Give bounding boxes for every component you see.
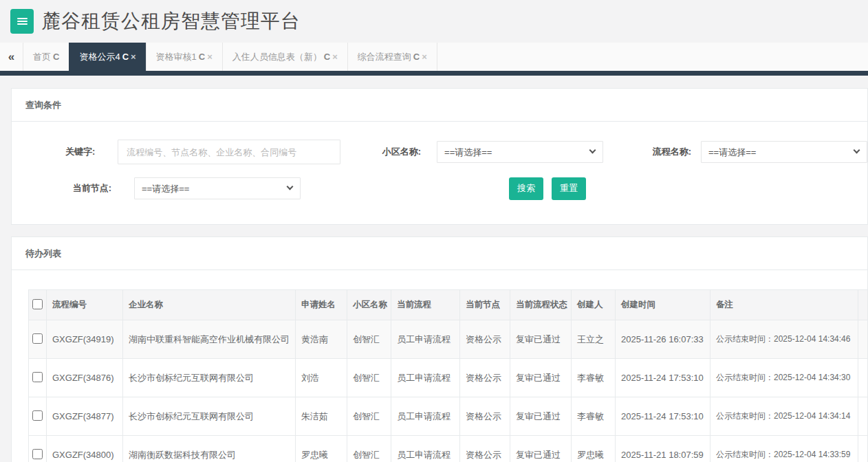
tab-qualification-publicity[interactable]: 资格公示4 C ×: [69, 43, 145, 71]
cell-community: 创智汇: [347, 359, 391, 397]
cell-company: 湖南中联重科智能高空作业机械有限公司: [123, 320, 296, 359]
node-select-wrap: ==请选择==: [134, 177, 301, 199]
todo-table-wrap: 流程编号 企业名称 申请姓名 小区名称 当前流程 当前节点 当前流程状态 创建人…: [12, 270, 867, 462]
cell-current-node: 资格公示: [460, 436, 510, 462]
table-row: GXGZF(34876) 长沙市创标纪元互联网有限公司 刘浩 创智汇 员工申请流…: [29, 359, 868, 397]
cell-current-flow: 员工申请流程: [391, 397, 460, 436]
row-select-cell: [29, 397, 47, 436]
close-icon[interactable]: ×: [422, 52, 427, 62]
cell-created-time: 2025-11-24 17:53:10: [616, 359, 710, 397]
header-remark: 备注: [710, 290, 858, 320]
keyword-label: 关键字:: [12, 146, 95, 158]
close-icon[interactable]: ×: [332, 52, 338, 62]
keyword-input[interactable]: [118, 140, 340, 164]
cell-community: 创智汇: [347, 397, 391, 436]
tab-label: 综合流程查询: [358, 51, 411, 63]
cell-extra: [858, 359, 868, 397]
cell-remark: 公示结束时间：2025-12-04 14:34:30: [710, 359, 858, 397]
refresh-icon[interactable]: C: [324, 52, 330, 62]
cell-current-node: 资格公示: [460, 359, 510, 397]
cell-community: 创智汇: [347, 320, 391, 359]
close-icon[interactable]: ×: [131, 52, 136, 62]
cell-created-time: 2025-11-24 17:53:10: [616, 397, 710, 436]
cell-creator: 李睿敏: [572, 359, 616, 397]
header-created-time: 创建时间: [616, 290, 710, 320]
header-current-node: 当前节点: [460, 290, 510, 320]
query-panel-title: 查询条件: [12, 89, 867, 122]
table-header-row: 流程编号 企业名称 申请姓名 小区名称 当前流程 当前节点 当前流程状态 创建人…: [29, 290, 868, 320]
refresh-icon[interactable]: C: [53, 52, 59, 62]
cell-current-node: 资格公示: [460, 397, 510, 436]
cell-flow-status: 复审已通过: [510, 320, 572, 359]
row-select-cell: [29, 436, 47, 462]
refresh-icon[interactable]: C: [199, 52, 205, 62]
current-node-select[interactable]: ==请选择==: [134, 177, 301, 199]
tab-comprehensive-process-query[interactable]: 综合流程查询 C ×: [347, 43, 437, 71]
row-checkbox[interactable]: [32, 333, 43, 344]
cell-current-flow: 员工申请流程: [391, 436, 460, 462]
reset-button[interactable]: 重置: [552, 177, 586, 200]
todo-panel: 待办列表 流程编号 企业名称 申请姓名 小区名称: [11, 236, 868, 462]
header-applicant: 申请姓名: [296, 290, 347, 320]
community-label: 小区名称:: [340, 146, 421, 158]
cell-current-node: 资格公示: [460, 320, 510, 359]
cell-current-flow: 员工申请流程: [391, 359, 460, 397]
current-node-label: 当前节点:: [12, 182, 111, 195]
process-name-select[interactable]: ==请选择==: [701, 141, 867, 163]
app-header: 麓谷租赁公租房智慧管理平台: [0, 0, 868, 43]
cell-remark: 公示结束时间：2025-12-04 14:34:46: [710, 320, 858, 359]
row-select-cell: [29, 359, 47, 397]
community-select-wrap: ==请选择==: [437, 141, 603, 163]
cell-company: 湖南衡跃数据科技有限公司: [123, 436, 296, 462]
cell-creator: 李睿敏: [572, 397, 616, 436]
search-button[interactable]: 搜索: [509, 177, 543, 200]
tab-label: 资格审核1: [156, 51, 197, 63]
header-creator: 创建人: [572, 290, 616, 320]
community-select[interactable]: ==请选择==: [437, 141, 603, 163]
cell-extra: [858, 320, 868, 359]
tab-home[interactable]: 首页 C: [23, 43, 69, 71]
row-select-cell: [29, 320, 47, 359]
cell-extra: [858, 397, 868, 436]
close-icon[interactable]: ×: [207, 52, 213, 62]
header-extra: [858, 290, 868, 320]
tabbar-divider: [0, 71, 868, 76]
query-form-row-2: 当前节点: ==请选择== 搜索 重置: [12, 176, 867, 201]
tab-label: 资格公示4: [79, 51, 120, 63]
hamburger-icon: [17, 16, 28, 26]
cell-applicant: 朱洁茹: [296, 397, 347, 436]
table-row: GXGZF(34919) 湖南中联重科智能高空作业机械有限公司 黄浩南 创智汇 …: [29, 320, 868, 359]
cell-company: 长沙市创标纪元互联网有限公司: [123, 359, 296, 397]
cell-remark: 公示结束时间：2025-12-04 14:33:59: [710, 436, 858, 462]
main-content: 查询条件 关键字: 小区名称: ==请选择== 流程名称: ==请选择==: [0, 76, 868, 462]
select-all-cell: [29, 290, 47, 320]
cell-created-time: 2025-11-21 18:07:59: [616, 436, 710, 462]
tab-resident-info-table[interactable]: 入住人员信息表（新） C ×: [222, 43, 347, 71]
row-checkbox[interactable]: [32, 449, 43, 459]
cell-process-code: GXGZF(34800): [47, 436, 123, 462]
cell-process-code: GXGZF(34877): [47, 397, 123, 436]
cell-created-time: 2025-11-26 16:07:33: [616, 320, 710, 359]
refresh-icon[interactable]: C: [413, 52, 420, 62]
select-all-checkbox[interactable]: [32, 299, 43, 309]
query-form-row-1: 关键字: 小区名称: ==请选择== 流程名称: ==请选择==: [12, 140, 867, 164]
menu-toggle-button[interactable]: [10, 9, 34, 34]
cell-applicant: 刘浩: [296, 359, 347, 397]
cell-current-flow: 员工申请流程: [391, 320, 460, 359]
cell-flow-status: 复审已通过: [510, 359, 572, 397]
cell-applicant: 黄浩南: [296, 320, 347, 359]
row-checkbox[interactable]: [32, 372, 43, 382]
refresh-icon[interactable]: C: [122, 52, 129, 62]
row-checkbox[interactable]: [32, 410, 43, 421]
query-form: 关键字: 小区名称: ==请选择== 流程名称: ==请选择==: [12, 122, 867, 224]
cell-process-code: GXGZF(34919): [47, 320, 123, 359]
tab-qualification-review[interactable]: 资格审核1 C ×: [146, 43, 222, 71]
cell-company: 长沙市创标纪元互联网有限公司: [123, 397, 296, 436]
collapse-tabs-button[interactable]: «: [0, 43, 23, 71]
cell-remark: 公示结束时间：2025-12-04 14:34:14: [710, 397, 858, 436]
cell-flow-status: 复审已通过: [510, 436, 572, 462]
table-row: GXGZF(34800) 湖南衡跃数据科技有限公司 罗忠曦 创智汇 员工申请流程…: [29, 436, 868, 462]
header-process-code: 流程编号: [47, 290, 123, 320]
app-title: 麓谷租赁公租房智慧管理平台: [41, 8, 301, 34]
tab-bar: « 首页 C 资格公示4 C × 资格审核1 C × 入住人员信息表（新） C …: [0, 43, 868, 71]
